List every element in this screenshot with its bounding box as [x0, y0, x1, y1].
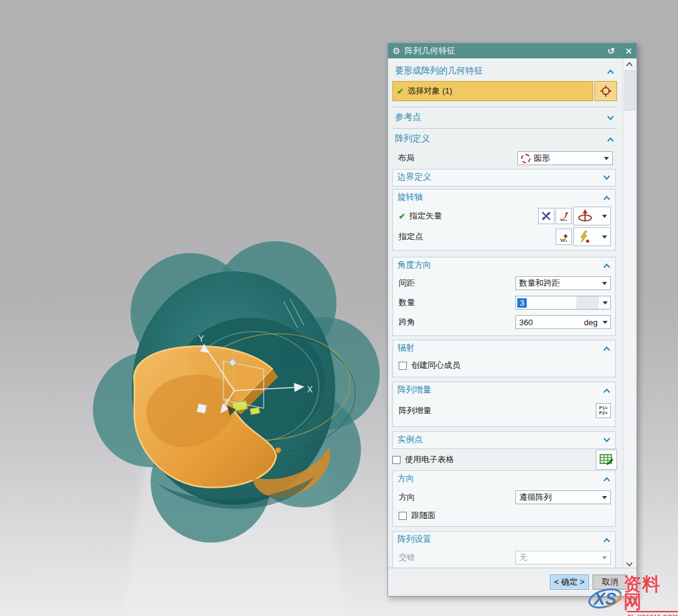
- dropdown-caret-icon: [602, 235, 607, 239]
- radiate-group: 辐射 创建同心成员: [392, 340, 616, 377]
- circular-layout-icon: [521, 154, 530, 163]
- chevron-up-icon[interactable]: [603, 386, 611, 395]
- concentric-row: 创建同心成员: [393, 358, 615, 373]
- p2-increment-icon: P2=: [599, 411, 608, 416]
- dropdown-caret-icon: [602, 282, 607, 285]
- auto-vector-icon: [577, 208, 593, 224]
- dropdown-caret-icon: [602, 556, 607, 559]
- concentric-checkbox[interactable]: [399, 362, 407, 370]
- instance-points-group-header[interactable]: 实例点: [393, 432, 615, 447]
- point-marker[interactable]: [276, 448, 281, 453]
- instance-points-group: 实例点: [392, 431, 616, 449]
- chevron-up-icon[interactable]: [603, 193, 611, 202]
- watermark-logo-text: XS: [593, 590, 616, 608]
- scroll-up-button[interactable]: [623, 58, 635, 70]
- span-angle-value: 360: [516, 318, 533, 327]
- section-header-pattern-definition[interactable]: 阵列定义: [392, 131, 617, 146]
- direction-value: 遵循阵列: [519, 492, 552, 503]
- crossed-arrows-icon: [541, 210, 552, 222]
- rotation-axis-group-header[interactable]: 旋转轴: [393, 190, 615, 205]
- specify-point-row: 指定点: [393, 227, 615, 246]
- reset-icon[interactable]: ↺: [607, 46, 615, 55]
- axis-x-label: X: [307, 384, 313, 394]
- spacing-label: 间距: [399, 278, 415, 289]
- spreadsheet-button[interactable]: [596, 450, 617, 470]
- pattern-settings-group-header[interactable]: 阵列设置: [393, 532, 615, 547]
- dropdown-caret-icon: [603, 321, 608, 324]
- direction-row: 方向 遵循阵列: [393, 489, 615, 505]
- chevron-up-icon[interactable]: [603, 343, 611, 353]
- square-handle[interactable]: [197, 404, 207, 413]
- chevron-down-icon[interactable]: [603, 435, 611, 445]
- pattern-increment-button[interactable]: P1= P2=: [596, 403, 611, 418]
- chevron-up-icon[interactable]: [603, 474, 611, 484]
- watermark-site-name: 资料网: [623, 575, 678, 610]
- select-object-field[interactable]: ✔ 选择对象 (1): [392, 81, 593, 101]
- dropdown-caret-icon: [604, 157, 609, 160]
- crossed-arrows-vector-button[interactable]: [538, 208, 554, 224]
- reference-point-title: 参考点: [395, 112, 421, 123]
- pattern-increment-row: 阵列增量 P1= P2=: [393, 400, 615, 421]
- select-object-row: ✔ 选择对象 (1): [392, 81, 617, 101]
- vector-dialog-icon: [558, 210, 569, 222]
- rotation-axis-group: 旋转轴 ✔ 指定矢量: [392, 189, 616, 251]
- specify-vector-label: 指定矢量: [409, 210, 442, 222]
- span-angle-row: 跨角 360 deg: [393, 314, 615, 330]
- chevron-up-icon[interactable]: [606, 66, 615, 76]
- use-spreadsheet-label: 使用电子表格: [405, 454, 454, 465]
- auto-judge-vector-button[interactable]: [573, 207, 611, 225]
- dropdown-caret-icon: [602, 496, 607, 499]
- follow-face-checkbox[interactable]: [399, 512, 407, 520]
- watermark-site-url: ZL.XS1616.COM: [627, 611, 678, 616]
- chevron-up-icon[interactable]: [603, 261, 611, 270]
- layout-combo[interactable]: 圆形: [517, 151, 613, 165]
- point-dialog-button[interactable]: [556, 229, 572, 245]
- count-input[interactable]: 3: [515, 296, 611, 310]
- use-spreadsheet-checkbox[interactable]: [392, 456, 401, 464]
- spacing-combo[interactable]: 数量和跨距: [515, 276, 611, 290]
- selection-highlight-small: [250, 408, 259, 414]
- pattern-increment-group: 阵列增量 阵列增量 P1= P2=: [392, 382, 616, 427]
- boundary-group-header[interactable]: 边界定义: [393, 170, 615, 185]
- chevron-up-icon[interactable]: [603, 535, 611, 544]
- stagger-row: 交错 无: [393, 549, 615, 566]
- direction-combo[interactable]: 遵循阵列: [515, 490, 611, 504]
- instance-points-title: 实例点: [397, 434, 423, 445]
- section-header-to-pattern[interactable]: 要形成阵列的几何特征: [392, 63, 617, 78]
- orientation-group: 方向 方向 遵循阵列 跟随面: [392, 470, 616, 527]
- angle-direction-group-header[interactable]: 角度方向: [393, 257, 615, 273]
- boundary-title: 边界定义: [397, 171, 431, 183]
- dialog-titlebar[interactable]: ⚙ 阵列几何特征 ↺ ✕: [388, 43, 637, 58]
- orientation-group-header[interactable]: 方向: [393, 471, 615, 486]
- scrollbar-thumb[interactable]: [625, 70, 635, 111]
- stagger-combo: 无: [515, 551, 611, 565]
- close-icon[interactable]: ✕: [625, 47, 632, 55]
- pattern-increment-group-header[interactable]: 阵列增量: [393, 382, 615, 397]
- chevron-down-icon: [626, 562, 633, 566]
- pattern-geometry-feature-dialog: ⚙ 阵列几何特征 ↺ ✕ 要形成阵列的几何特征 ✔ 选择对象 (1): [387, 43, 637, 597]
- check-icon: ✔: [397, 87, 404, 95]
- gear-icon: ⚙: [392, 46, 401, 55]
- use-spreadsheet-row: 使用电子表格: [392, 450, 617, 470]
- layout-label: 布局: [398, 153, 414, 164]
- follow-face-row: 跟随面: [393, 508, 615, 523]
- chevron-down-icon[interactable]: [606, 112, 615, 122]
- count-value: 3: [517, 298, 527, 308]
- inferred-point-button[interactable]: [573, 227, 611, 246]
- chevron-down-icon[interactable]: [603, 173, 611, 182]
- ok-button[interactable]: < 确定 >: [550, 575, 589, 590]
- vector-dialog-button[interactable]: [556, 208, 572, 224]
- layout-row: 布局 圆形: [392, 150, 617, 166]
- select-target-button[interactable]: [595, 81, 617, 101]
- chevron-up-icon: [626, 62, 633, 67]
- pattern-increment-label: 阵列增量: [399, 405, 431, 416]
- angle-direction-group: 角度方向 间距 数量和跨距 数量 3: [392, 257, 616, 336]
- stagger-label: 交错: [399, 552, 415, 563]
- dialog-scrollbar[interactable]: [623, 58, 635, 570]
- separator: [392, 107, 617, 107]
- span-angle-input[interactable]: 360 deg: [515, 315, 611, 329]
- section-header-reference-point[interactable]: 参考点: [392, 110, 617, 125]
- radiate-group-header[interactable]: 辐射: [393, 340, 615, 355]
- chevron-up-icon[interactable]: [606, 134, 615, 144]
- pattern-settings-title: 阵列设置: [397, 534, 431, 545]
